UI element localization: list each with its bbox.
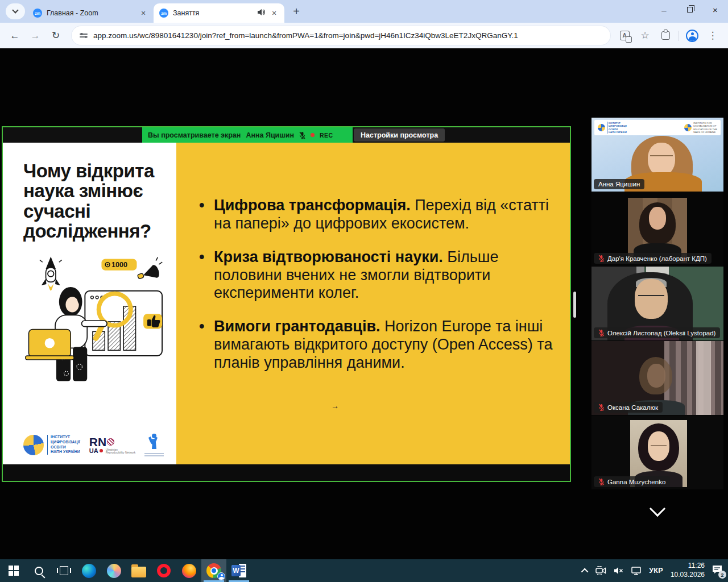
volume-muted-icon[interactable] — [614, 567, 623, 575]
mouse-cursor-icon: → — [331, 401, 339, 410]
participant-name-label: Анна Яцишин — [594, 179, 644, 189]
close-window-button[interactable]: × — [702, 0, 728, 19]
translate-button[interactable]: A — [617, 28, 632, 43]
search-button[interactable] — [26, 559, 51, 582]
globe-icon — [598, 124, 605, 131]
slide-bullet: • Вимоги грантодавців. Horizon Europe та… — [199, 318, 553, 372]
globe-icon — [684, 124, 692, 131]
person-figure-icon — [147, 433, 162, 450]
browser-window: zm Главная - Zoom × zm Заняття × + – × ←… — [0, 0, 728, 48]
forward-button[interactable]: → — [26, 27, 44, 45]
participant-name-label: Ganna Muzychenko — [594, 476, 670, 487]
edge-button[interactable] — [76, 559, 101, 582]
tab-zoom-home[interactable]: zm Главная - Zoom × — [27, 3, 154, 23]
word-button[interactable]: W — [226, 559, 251, 582]
language-indicator[interactable]: УКР — [649, 567, 663, 575]
participant-tile-darya[interactable]: Дар'я Кравченко (лаборант КДП) — [592, 192, 723, 266]
chevron-down-icon — [12, 7, 18, 13]
opera-button[interactable] — [151, 559, 176, 582]
participant-name-label: Дар'я Кравченко (лаборант КДП) — [594, 253, 712, 264]
university-logo — [144, 433, 164, 456]
search-icon — [35, 567, 43, 575]
tab-close-icon[interactable]: × — [270, 9, 279, 18]
site-settings-icon[interactable] — [80, 34, 88, 38]
participants-strip: ІНСТИТУТ ЦИФРОВІЗАЦІЇ ОСВІТИ НАПН УКРАЇН… — [592, 118, 723, 514]
file-explorer-button[interactable] — [126, 559, 151, 582]
more-participants-chevron[interactable] — [650, 501, 665, 517]
rn-caption: Ukrainian Reproducibility Network — [106, 448, 136, 454]
browser-menu-button[interactable]: ⋮ — [705, 28, 720, 43]
window-controls: – × — [651, 0, 728, 19]
reload-button[interactable]: ↻ — [47, 27, 65, 45]
address-bar[interactable]: app.zoom.us/wc/89801641230/join?ref_from… — [72, 26, 610, 45]
folder-icon — [131, 567, 146, 577]
translate-icon: A — [620, 31, 630, 40]
zoom-favicon-icon: zm — [33, 9, 42, 18]
bookmark-button[interactable]: ☆ — [638, 28, 652, 43]
participant-tile-oleksii[interactable]: Олексій Листопад (Oleksii Lystopad) — [592, 267, 723, 340]
action-center-button[interactable]: 2 — [712, 565, 722, 576]
mic-muted-icon — [598, 478, 605, 485]
new-tab-button[interactable]: + — [289, 5, 304, 18]
toolbar-actions: A ☆ ⋮ — [617, 28, 722, 43]
profile-button[interactable] — [685, 28, 700, 43]
tab-strip: zm Главная - Zoom × zm Заняття × + – × — [0, 0, 728, 23]
notification-count-badge: 2 — [718, 571, 726, 579]
browser-toolbar: ← → ↻ app.zoom.us/wc/89801641230/join?re… — [0, 23, 728, 48]
restore-icon — [687, 7, 693, 13]
participant-tile-anna[interactable]: ІНСТИТУТ ЦИФРОВІЗАЦІЇ ОСВІТИ НАПН УКРАЇН… — [592, 118, 723, 192]
slide-bullet: • Криза відтворюваності науки. Більше по… — [199, 248, 553, 303]
presenter-name: Анна Яцишин — [246, 131, 294, 139]
video-strip-scrollbar[interactable] — [573, 292, 576, 318]
institute-logo: ІНСТИТУТ ЦИФРОВІЗАЦІЇ ОСВІТИ НАПН УКРАЇН… — [23, 435, 80, 455]
globe-icon — [23, 435, 44, 455]
copilot-icon — [107, 564, 121, 578]
minimize-button[interactable]: – — [651, 0, 677, 19]
extensions-icon — [661, 31, 670, 40]
firefox-icon — [182, 564, 196, 578]
red-dot-icon — [100, 449, 103, 452]
recording-label: REC — [320, 132, 333, 139]
rn-globe-icon — [107, 438, 114, 446]
viewing-label: Вы просматриваете экран — [148, 131, 241, 139]
hidden-icons-chevron[interactable] — [581, 568, 589, 575]
tab-search-button[interactable] — [6, 3, 25, 19]
back-button[interactable]: ← — [6, 27, 24, 45]
network-icon[interactable] — [631, 567, 642, 575]
start-button[interactable] — [1, 559, 26, 582]
participant-tile-ganna[interactable]: Ganna Muzychenko — [592, 415, 723, 489]
presentation-slide: Чому відкрита наука змінює сучасні дослі… — [3, 143, 570, 464]
extensions-button[interactable] — [658, 28, 673, 43]
restore-button[interactable] — [677, 0, 702, 19]
slide-left-panel: Чому відкрита наука змінює сучасні дослі… — [3, 143, 176, 464]
institute-logo-text: ІНСТИТУТ ЦИФРОВІЗАЦІЇ ОСВІТИ НАПН УКРАЇН… — [47, 435, 80, 455]
participant-tile-oksana[interactable]: Оксана Сакалюк — [592, 341, 723, 415]
copilot-button[interactable] — [101, 559, 126, 582]
windows-icon — [9, 566, 19, 576]
share-header-bar: Вы просматриваете экран Анна Яцишин REC … — [3, 127, 570, 143]
mic-muted-icon — [598, 255, 605, 262]
mic-muted-icon — [598, 329, 605, 336]
task-view-button[interactable] — [51, 559, 76, 582]
tab-lesson[interactable]: zm Заняття × — [154, 3, 284, 23]
slide-content-panel: • Цифрова трансформація. Перехід від «ст… — [176, 143, 570, 464]
view-options-button[interactable]: Настройки просмотра — [354, 128, 445, 142]
firefox-button[interactable] — [176, 559, 201, 582]
tab-audio-icon[interactable] — [257, 9, 265, 18]
meet-now-icon[interactable] — [595, 566, 606, 575]
zoom-favicon-icon: zm — [159, 9, 168, 18]
rn-ua-logo: RN UA Ukrainian Reproducibility Network — [89, 436, 135, 454]
viewing-banner: Вы просматриваете экран Анна Яцишин REC — [142, 127, 353, 143]
tab-close-icon[interactable]: × — [139, 9, 148, 18]
clock[interactable]: 11:26 10.03.2026 — [671, 562, 705, 579]
opera-icon — [157, 564, 171, 577]
time: 11:26 — [671, 562, 705, 571]
university-logo-caption — [144, 452, 164, 456]
chrome-button[interactable] — [201, 559, 226, 582]
slide-logos: ІНСТИТУТ ЦИФРОВІЗАЦІЇ ОСВІТИ НАПН УКРАЇН… — [23, 433, 166, 456]
chrome-profile-badge-icon — [217, 572, 225, 580]
participant-name-label: Олексій Листопад (Oleksii Lystopad) — [594, 327, 720, 338]
tab-title: Заняття — [173, 9, 253, 17]
avatar-icon — [686, 30, 698, 42]
system-tray: УКР 11:26 10.03.2026 2 — [583, 562, 728, 579]
